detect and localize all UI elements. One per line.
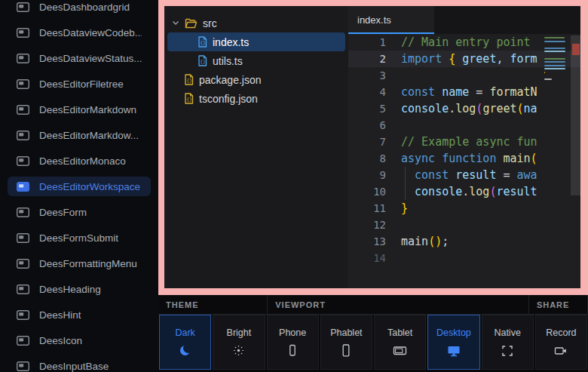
tree-item[interactable]: src bbox=[167, 14, 345, 32]
button-label: Desktop bbox=[436, 327, 471, 338]
component-icon bbox=[17, 2, 29, 12]
record-button[interactable]: Record bbox=[535, 315, 587, 370]
bright-button[interactable]: Bright bbox=[213, 315, 265, 370]
tab-index-ts[interactable]: index.ts bbox=[348, 6, 434, 34]
code-line[interactable]: 13main(); bbox=[348, 233, 580, 250]
code-line[interactable]: 9 const result = awa bbox=[348, 167, 580, 183]
phablet-icon bbox=[340, 344, 352, 357]
tree-item[interactable]: {}package.json bbox=[167, 70, 345, 89]
code-line[interactable]: 10 console.log(result bbox=[348, 183, 580, 200]
code-line[interactable]: 7// Example async fun bbox=[348, 134, 580, 150]
scrollbar[interactable] bbox=[571, 35, 580, 195]
chevron-down-icon[interactable] bbox=[172, 20, 179, 26]
sidebar-item[interactable]: DeesInputBase bbox=[8, 356, 151, 372]
button-label: Phone bbox=[279, 327, 306, 338]
code-line[interactable]: 14 bbox=[348, 250, 580, 266]
ts-file-icon: {} bbox=[198, 36, 207, 48]
tablet-button[interactable]: Tablet bbox=[374, 315, 426, 370]
sidebar-item[interactable]: DeesEditorMarkdow... bbox=[8, 125, 151, 145]
desktop-button[interactable]: Desktop bbox=[427, 315, 479, 370]
tree-item[interactable]: {}tsconfig.json bbox=[167, 89, 345, 108]
native-icon bbox=[501, 344, 513, 357]
sidebar-item[interactable]: DeesHeading bbox=[8, 279, 151, 299]
minimap-line bbox=[544, 72, 545, 73]
code-token: name bbox=[442, 85, 469, 99]
toolbar-section: DarkBright bbox=[158, 315, 266, 370]
sidebar-item-label: DeesDataviewCodeb... bbox=[39, 27, 142, 38]
line-number: 5 bbox=[348, 100, 386, 117]
code-text: import { greet, form bbox=[401, 51, 537, 67]
sidebar-item-label: DeesEditorMarkdow... bbox=[39, 130, 139, 141]
sidebar-item[interactable]: DeesForm bbox=[8, 202, 151, 222]
dark-button[interactable]: Dark bbox=[159, 315, 211, 370]
sidebar-item[interactable]: DeesEditorFiletree bbox=[8, 74, 151, 94]
sidebar-item[interactable]: DeesDataviewStatus... bbox=[8, 48, 151, 68]
sidebar-item-label: DeesEditorFiletree bbox=[39, 78, 124, 90]
toolbar-section-headers: THEMEVIEWPORTSHARE bbox=[158, 295, 588, 315]
sidebar-item-label: DeesInputBase bbox=[39, 361, 109, 372]
code-token: import bbox=[401, 52, 442, 66]
component-icon bbox=[17, 259, 29, 269]
code-line[interactable]: 5console.log(greet(na bbox=[348, 100, 580, 117]
editor-workspace-demo: src{}index.ts{}utils.ts{}package.json{}t… bbox=[164, 6, 580, 288]
moon-icon bbox=[180, 344, 190, 357]
code-line[interactable]: 6 bbox=[348, 117, 580, 134]
sidebar-item[interactable]: DeesEditorWorkspace bbox=[8, 177, 151, 196]
code-text: // Main entry point bbox=[401, 34, 531, 51]
component-icon bbox=[17, 361, 29, 371]
button-label: Dark bbox=[175, 327, 194, 338]
ts-file-icon: {} bbox=[198, 55, 207, 66]
component-icon bbox=[17, 28, 29, 38]
component-icon bbox=[17, 208, 29, 217]
svg-text:{}: {} bbox=[200, 40, 206, 46]
tree-item-label: tsconfig.json bbox=[199, 93, 258, 105]
tree-item[interactable]: {}index.ts bbox=[167, 32, 345, 51]
overview-error-marker bbox=[572, 44, 580, 55]
code-token: // Example async fun bbox=[401, 135, 537, 149]
sidebar-item[interactable]: DeesFormattingMenu bbox=[8, 254, 151, 273]
code-token: greet bbox=[482, 102, 516, 115]
minimap-line bbox=[544, 65, 565, 66]
code-line[interactable]: 11} bbox=[348, 200, 580, 217]
json-file-icon: {} bbox=[184, 74, 194, 85]
sidebar-item[interactable]: DeesHint bbox=[8, 305, 151, 324]
code-token: ; bbox=[442, 235, 449, 248]
minimap-line bbox=[544, 37, 565, 38]
code-line[interactable]: 8async function main( bbox=[348, 150, 580, 167]
code-token: ( bbox=[428, 235, 435, 248]
sidebar-item[interactable]: DeesEditorMarkdown bbox=[8, 100, 151, 119]
sidebar-item[interactable]: DeesEditorMonaco bbox=[8, 151, 151, 171]
tab-label: index.ts bbox=[357, 14, 391, 26]
button-label: Tablet bbox=[387, 327, 412, 338]
line-number: 8 bbox=[348, 150, 386, 167]
minimap-line bbox=[544, 68, 565, 69]
phablet-button[interactable]: Phablet bbox=[320, 315, 372, 370]
sidebar-item-label: DeesForm bbox=[39, 207, 87, 218]
sidebar-item[interactable]: DeesDataviewCodeb... bbox=[8, 23, 151, 42]
tab-bar: index.ts bbox=[348, 6, 580, 34]
sidebar-item[interactable]: DeesDashboardgrid bbox=[8, 0, 151, 17]
sidebar-item-label: DeesDashboardgrid bbox=[39, 2, 130, 13]
svg-text:{}: {} bbox=[186, 78, 192, 84]
code-line[interactable]: 12 bbox=[348, 217, 580, 233]
line-number: 9 bbox=[348, 167, 386, 183]
tree-item[interactable]: {}utils.ts bbox=[167, 51, 345, 70]
minimap-line bbox=[544, 61, 565, 63]
sidebar-item[interactable]: DeesIcon bbox=[8, 330, 151, 350]
code-token: async bbox=[401, 152, 435, 165]
code-token bbox=[401, 168, 415, 182]
desktop-icon bbox=[447, 344, 461, 357]
minimap[interactable] bbox=[544, 37, 570, 85]
minimap-line bbox=[544, 78, 552, 80]
sidebar-item[interactable]: DeesFormSubmit bbox=[8, 228, 151, 247]
code-token: na bbox=[524, 102, 537, 115]
code-text: console.log(greet(na bbox=[401, 100, 537, 117]
phone-button[interactable]: Phone bbox=[267, 315, 319, 370]
code-line[interactable]: 4const name = formatN bbox=[348, 84, 580, 100]
code-editor[interactable]: 1// Main entry point2import { greet, for… bbox=[348, 34, 580, 288]
svg-text:{}: {} bbox=[186, 97, 192, 103]
native-button[interactable]: Native bbox=[482, 315, 534, 370]
code-token: . bbox=[449, 102, 455, 115]
component-icon bbox=[17, 131, 29, 140]
component-icon bbox=[17, 182, 29, 192]
